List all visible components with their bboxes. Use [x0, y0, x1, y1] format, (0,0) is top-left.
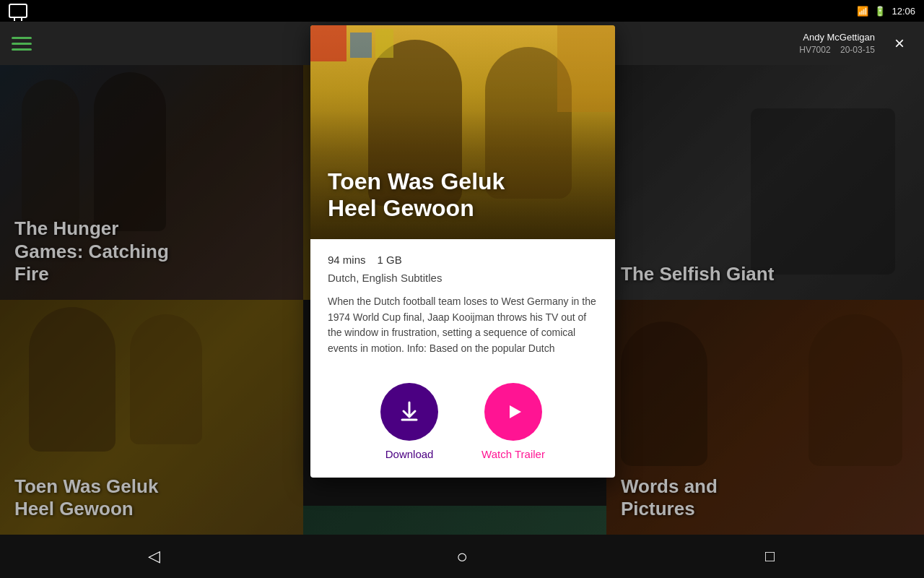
hamburger-line-2 — [12, 43, 32, 45]
download-icon — [397, 400, 422, 424]
movie-detail-modal: Toen Was Geluk Heel Gewoon 94 mins 1 GB … — [310, 25, 615, 478]
home-button[interactable]: ○ — [448, 542, 476, 571]
watch-trailer-button[interactable]: Watch Trailer — [481, 383, 545, 460]
modal-languages: Dutch, English Subtitles — [328, 272, 598, 284]
user-name: Andy McGettigan — [799, 31, 875, 44]
modal-filesize: 1 GB — [378, 254, 402, 266]
trailer-label: Watch Trailer — [481, 448, 545, 460]
modal-image: Toen Was Geluk Heel Gewoon — [310, 25, 615, 239]
modal-title: Toen Was Geluk Heel Gewoon — [328, 168, 505, 222]
modal-body: 94 mins 1 GB Dutch, English Subtitles Wh… — [310, 239, 615, 371]
download-label: Download — [385, 448, 434, 460]
user-sub: HV7002 20-03-15 — [799, 44, 875, 56]
screen-icon — [9, 4, 27, 18]
battery-icon: 🔋 — [874, 6, 886, 17]
header-right: Andy McGettigan HV7002 20-03-15 × — [799, 30, 912, 56]
modal-description: When the Dutch football team loses to We… — [328, 294, 598, 357]
status-bar-right: 📶 🔋 12:06 — [857, 6, 915, 17]
decor-bg — [557, 25, 615, 112]
trailer-circle — [484, 383, 542, 441]
status-bar: 📶 🔋 12:06 — [0, 0, 924, 22]
user-info: Andy McGettigan HV7002 20-03-15 — [799, 31, 875, 56]
decor-3 — [375, 29, 393, 58]
clock: 12:06 — [892, 6, 915, 17]
decor-1 — [310, 25, 346, 61]
hamburger-line-1 — [12, 37, 32, 39]
recent-apps-button[interactable]: □ — [756, 542, 785, 571]
svg-marker-1 — [510, 405, 521, 418]
modal-duration: 94 mins — [328, 254, 366, 266]
modal-meta: 94 mins 1 GB — [328, 254, 598, 266]
back-button[interactable]: ◁ — [139, 542, 168, 571]
recent-icon: □ — [765, 547, 775, 566]
hamburger-line-3 — [12, 48, 32, 51]
play-icon — [501, 400, 526, 424]
hamburger-menu[interactable] — [12, 37, 32, 51]
download-circle — [380, 383, 438, 441]
wifi-icon: 📶 — [857, 6, 868, 17]
close-button[interactable]: × — [886, 30, 912, 56]
back-icon: ◁ — [148, 547, 160, 566]
download-button[interactable]: Download — [380, 383, 438, 460]
bottom-nav: ◁ ○ □ — [0, 535, 924, 578]
status-bar-left — [9, 4, 27, 18]
home-icon: ○ — [456, 545, 468, 568]
user-code: HV7002 — [799, 45, 830, 55]
user-date: 20-03-15 — [840, 45, 875, 55]
modal-actions: Download Watch Trailer — [310, 371, 615, 478]
decor-2 — [350, 33, 372, 58]
